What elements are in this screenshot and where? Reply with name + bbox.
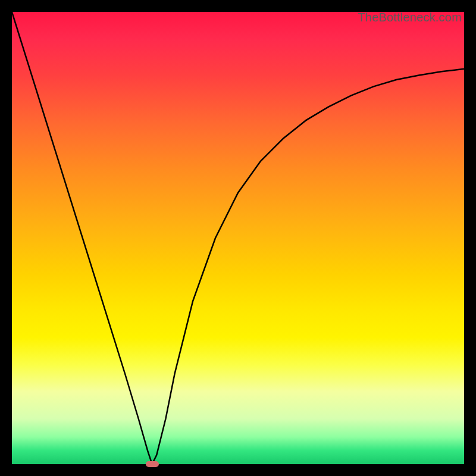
chart-curve bbox=[12, 12, 464, 464]
chart-frame: TheBottleneck.com bbox=[12, 12, 464, 464]
minimum-marker bbox=[146, 461, 159, 467]
curve-path bbox=[12, 12, 464, 464]
